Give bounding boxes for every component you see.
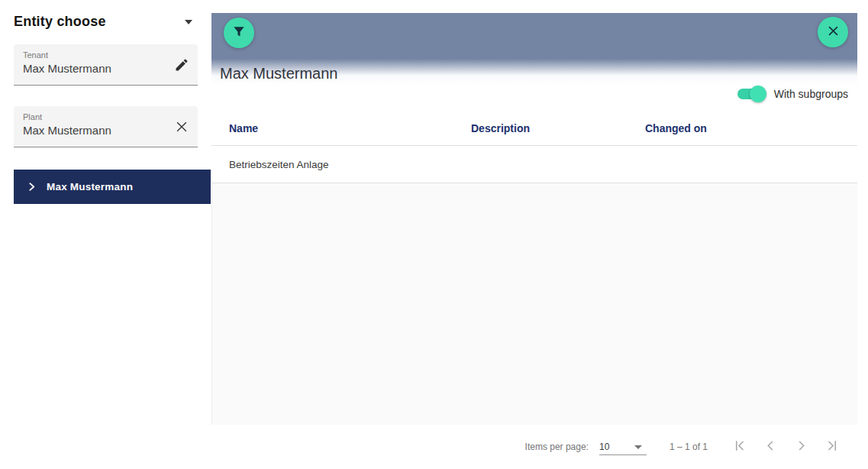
tenant-field[interactable]: Tenant Max Mustermann	[14, 44, 198, 86]
with-subgroups-label: With subgroups	[774, 88, 848, 100]
previous-page-button[interactable]	[755, 432, 786, 462]
sidebar-title: Entity choose	[14, 14, 106, 30]
tree-item-label: Max Mustermann	[47, 181, 133, 192]
select-caret-icon	[634, 445, 642, 449]
items-per-page-label: Items per page:	[525, 442, 589, 452]
first-page-button[interactable]	[724, 432, 755, 462]
page-size-select[interactable]: 10	[599, 438, 647, 455]
filter-button[interactable]	[224, 18, 254, 48]
close-x-icon	[827, 24, 840, 40]
group-panel: Max Mustermann With subgroups Name Descr…	[211, 13, 857, 469]
column-header-description[interactable]: Description	[471, 122, 645, 134]
close-button[interactable]	[818, 17, 848, 47]
edit-pencil-icon	[174, 57, 189, 75]
with-subgroups-toggle[interactable]	[737, 88, 765, 100]
plant-field-value: Max Mustermann	[23, 124, 160, 137]
clear-x-icon	[174, 119, 189, 137]
column-header-name[interactable]: Name	[229, 122, 471, 134]
table-header-row: Name Description Changed on	[211, 112, 857, 146]
previous-page-icon	[763, 438, 778, 455]
cell-name[interactable]: Betriebszeiten Anlage	[229, 159, 471, 170]
chevron-right-icon[interactable]	[27, 182, 37, 192]
entity-sidebar: Entity choose Tenant Max Mustermann Plan…	[0, 0, 211, 469]
plant-field[interactable]: Plant Max Mustermann	[14, 106, 198, 147]
plant-field-label: Plant	[23, 112, 190, 121]
table-empty-area	[211, 183, 857, 425]
entity-choose-screen: Entity choose Tenant Max Mustermann Plan…	[0, 0, 868, 469]
toggle-knob[interactable]	[750, 86, 766, 102]
sidebar-tree-item-selected[interactable]: Max Mustermann	[14, 170, 211, 204]
page-range-label: 1 – 1 of 1	[670, 442, 708, 452]
last-page-button[interactable]	[816, 432, 847, 462]
plant-clear-button[interactable]	[172, 118, 192, 137]
paginator: Items per page: 10 1 – 1 of 1	[211, 425, 857, 469]
tenant-field-label: Tenant	[23, 50, 190, 60]
next-page-icon	[794, 438, 808, 455]
page-size-value: 10	[599, 442, 609, 452]
tenant-edit-button[interactable]	[172, 56, 192, 76]
table-row[interactable]: Betriebszeiten Anlage	[211, 146, 857, 183]
tenant-field-value: Max Mustermann	[23, 62, 160, 75]
filter-funnel-icon	[231, 24, 247, 42]
panel-title: Max Mustermann	[220, 65, 338, 82]
first-page-icon	[733, 438, 747, 455]
last-page-icon	[824, 438, 839, 455]
sidebar-header: Entity choose	[14, 14, 197, 30]
caret-down-icon[interactable]	[185, 20, 192, 24]
next-page-button[interactable]	[786, 432, 816, 462]
column-header-changed-on[interactable]: Changed on	[645, 122, 857, 134]
with-subgroups-toggle-row: With subgroups	[737, 88, 848, 100]
